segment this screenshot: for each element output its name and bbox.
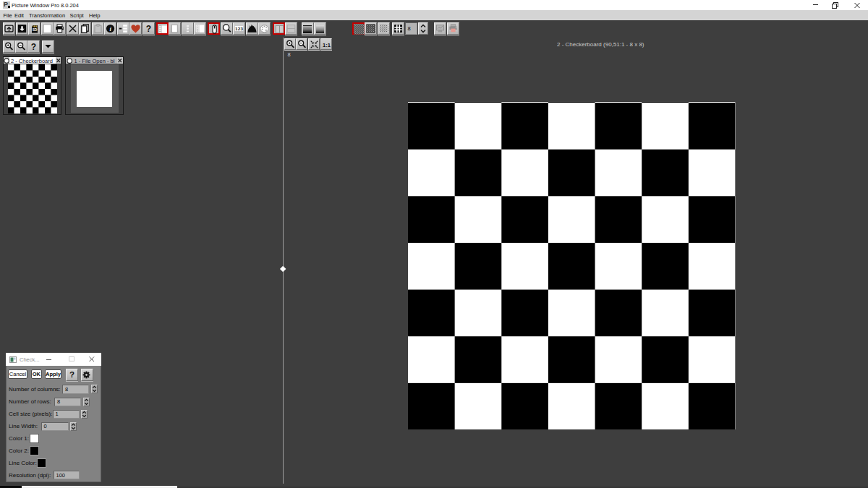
svg-text:1:1: 1:1 xyxy=(323,42,331,48)
svg-text:123: 123 xyxy=(235,26,243,31)
svg-text:?: ? xyxy=(31,42,36,52)
svg-text:SD: SD xyxy=(33,28,38,32)
svg-text:?: ? xyxy=(145,24,150,34)
